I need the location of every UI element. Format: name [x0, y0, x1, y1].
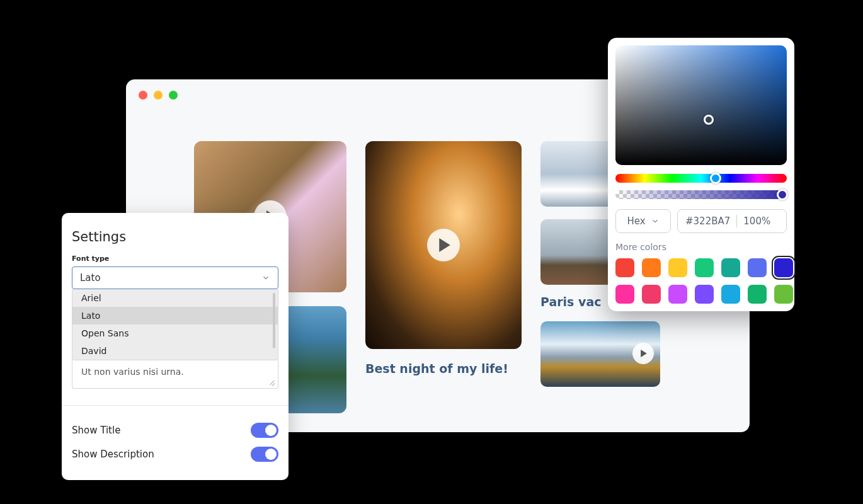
color-swatch[interactable] — [668, 258, 687, 277]
font-option[interactable]: Lato — [72, 307, 278, 324]
color-swatch[interactable] — [695, 258, 714, 277]
video-tile[interactable] — [365, 141, 522, 349]
more-colors-label: More colors — [615, 242, 787, 252]
color-swatch[interactable] — [721, 258, 740, 277]
hex-input[interactable]: #322BA7 100% — [677, 209, 787, 233]
color-swatch[interactable] — [668, 285, 687, 304]
show-description-toggle[interactable] — [251, 447, 278, 462]
hue-slider[interactable] — [615, 174, 787, 183]
traffic-lights — [139, 91, 178, 100]
color-mode-select[interactable]: Hex — [615, 209, 671, 233]
close-window-icon[interactable] — [139, 91, 147, 100]
alpha-slider[interactable] — [615, 190, 787, 199]
play-icon[interactable] — [632, 343, 654, 364]
sv-handle[interactable] — [704, 115, 714, 125]
font-options-list: Ariel Lato Open Sans David — [72, 289, 278, 360]
saturation-value-area[interactable] — [615, 45, 787, 165]
font-option[interactable]: Open Sans — [72, 324, 278, 342]
color-swatch[interactable] — [615, 258, 634, 277]
alpha-handle[interactable] — [777, 189, 788, 200]
resize-handle-icon[interactable] — [268, 378, 275, 386]
chevron-down-icon — [261, 273, 270, 282]
hex-value: #322BA7 — [685, 215, 730, 227]
show-description-label: Show Description — [72, 449, 154, 460]
play-icon[interactable] — [427, 229, 460, 261]
settings-title: Settings — [72, 229, 278, 244]
color-swatch[interactable] — [695, 285, 714, 304]
show-title-label: Show Title — [72, 425, 120, 436]
swatch-grid — [615, 258, 787, 304]
color-swatch[interactable] — [774, 285, 793, 304]
color-swatch[interactable] — [774, 258, 793, 277]
description-textarea[interactable]: Ut non varius nisi urna. — [72, 360, 278, 389]
maximize-window-icon[interactable] — [169, 91, 178, 100]
font-type-select[interactable]: Lato — [72, 266, 278, 289]
hue-handle[interactable] — [710, 173, 721, 184]
color-picker: Hex #322BA7 100% More colors — [608, 38, 794, 311]
minimize-window-icon[interactable] — [154, 91, 163, 100]
divider — [62, 405, 289, 406]
color-swatch[interactable] — [721, 285, 740, 304]
chevron-down-icon — [651, 217, 660, 226]
gallery-col-center: Best night of my life! — [365, 141, 522, 413]
font-selected-value: Lato — [80, 272, 101, 284]
color-swatch[interactable] — [748, 285, 767, 304]
scrollbar[interactable] — [273, 293, 275, 348]
video-tile[interactable] — [540, 321, 660, 387]
video-caption: Best night of my life! — [365, 362, 522, 375]
color-swatch[interactable] — [748, 258, 767, 277]
color-swatch[interactable] — [615, 285, 634, 304]
opacity-value: 100% — [743, 215, 770, 227]
font-option[interactable]: Ariel — [72, 289, 278, 307]
color-mode-label: Hex — [627, 215, 645, 227]
separator — [736, 215, 737, 227]
color-swatch[interactable] — [642, 258, 661, 277]
font-type-label: Font type — [72, 255, 278, 263]
textarea-value: Ut non varius nisi urna. — [81, 367, 184, 377]
color-swatch[interactable] — [642, 285, 661, 304]
font-option[interactable]: David — [72, 342, 278, 360]
show-title-toggle[interactable] — [251, 423, 278, 438]
settings-panel: Settings Font type Lato Ariel Lato Open … — [62, 213, 289, 480]
